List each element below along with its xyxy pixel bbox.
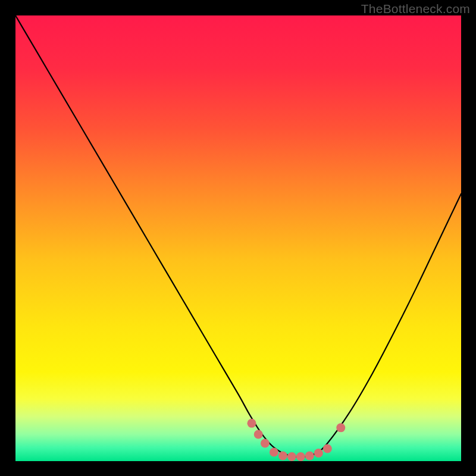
marker-dot — [261, 439, 270, 448]
marker-dot — [323, 444, 332, 453]
marker-dot — [270, 448, 278, 457]
chart-frame: TheBottleneck.com — [0, 0, 476, 476]
marker-dot — [336, 423, 345, 432]
marker-dot — [254, 430, 263, 439]
marker-dot — [247, 419, 256, 428]
marker-dot — [314, 449, 323, 458]
marker-dot — [296, 452, 305, 461]
marker-dot — [287, 452, 296, 461]
bottleneck-curve — [15, 15, 461, 457]
watermark-text: TheBottleneck.com — [361, 2, 470, 16]
plot-area — [15, 15, 461, 461]
marker-dot — [278, 452, 287, 461]
marker-dot — [305, 452, 314, 461]
curve-layer — [15, 15, 461, 461]
